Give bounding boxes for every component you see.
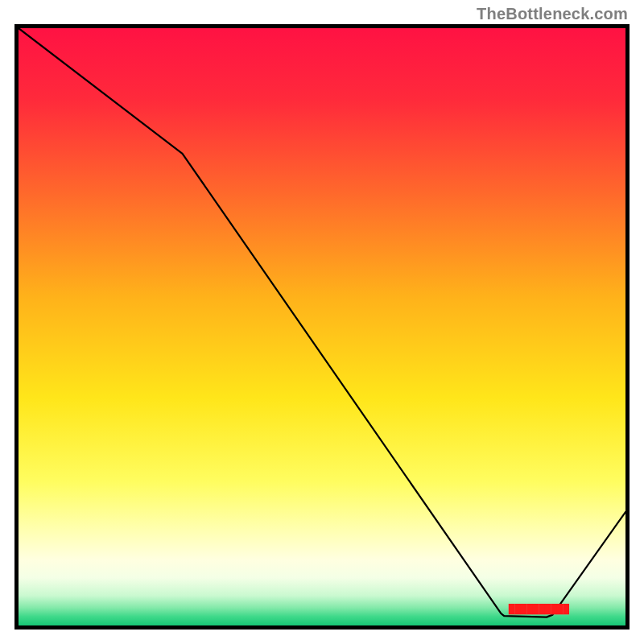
watermark-text: TheBottleneck.com xyxy=(477,5,628,23)
chart-stage: TheBottleneck.com ██████████ xyxy=(0,0,644,644)
plot-frame: ██████████ xyxy=(14,24,630,630)
bottleneck-line xyxy=(19,28,625,625)
optimal-gpu-annotation: ██████████ xyxy=(509,604,569,613)
